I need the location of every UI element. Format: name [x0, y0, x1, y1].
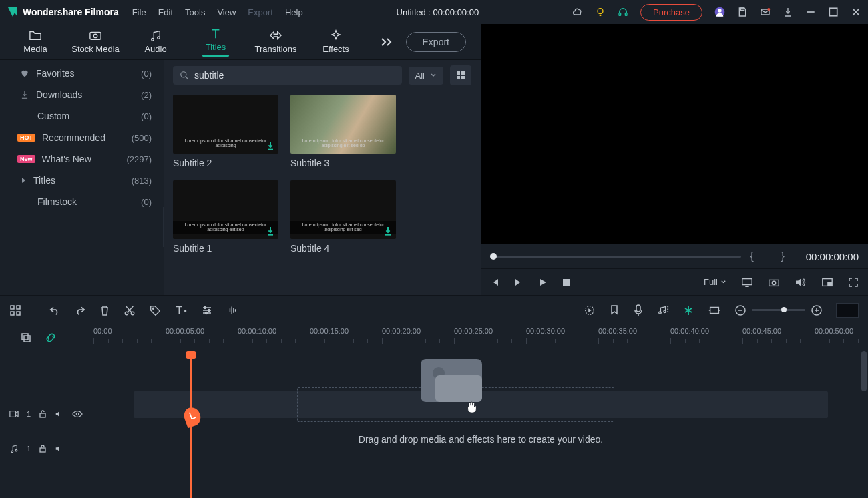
mail-icon[interactable] [760, 7, 771, 17]
search-box[interactable] [173, 66, 402, 85]
thumb-caption: Lorem ipsum dolor sit amet consectetur a… [290, 138, 396, 148]
text-add-icon[interactable] [174, 304, 188, 316]
render-icon[interactable] [584, 304, 596, 316]
sidebar-favorites[interactable]: Favorites(0) [0, 63, 164, 84]
svg-rect-46 [10, 411, 16, 417]
mute-icon[interactable] [55, 445, 64, 453]
svg-point-34 [204, 306, 206, 308]
play-icon[interactable] [538, 278, 548, 287]
redo-icon[interactable] [74, 305, 86, 316]
color-swatches[interactable] [836, 303, 859, 318]
zoom-out-icon[interactable] [734, 304, 746, 316]
download-badge-icon[interactable] [383, 226, 393, 236]
thumbnail-item[interactable]: Lorem ipsum dolor sit amet consectetur a… [173, 180, 278, 254]
snapshot-icon[interactable] [768, 277, 780, 288]
minimize-icon[interactable] [805, 7, 816, 17]
search-input[interactable] [194, 70, 395, 81]
mic-icon[interactable] [633, 304, 644, 317]
svg-rect-51 [40, 448, 45, 452]
close-window-icon[interactable] [851, 7, 861, 17]
track-manager-icon[interactable] [9, 304, 21, 316]
step-back-icon[interactable] [490, 278, 499, 287]
undo-icon[interactable] [49, 305, 61, 316]
ruler-tick: 00:00 [93, 327, 112, 335]
thumbnail-item[interactable]: Lorem ipsum dolor sit amet consectetur a… [290, 180, 396, 254]
quality-dropdown[interactable]: Full [704, 277, 726, 287]
mute-icon[interactable] [55, 410, 64, 418]
filter-dropdown[interactable]: All [409, 67, 443, 85]
vertical-scrollbar[interactable] [861, 351, 867, 391]
menu-edit[interactable]: Edit [158, 7, 173, 17]
svg-rect-26 [828, 282, 831, 286]
sidebar-whats-new[interactable]: NewWhat's New(2297) [0, 148, 164, 170]
sliders-icon[interactable] [201, 304, 213, 316]
unlock-icon[interactable] [39, 409, 47, 419]
svg-rect-41 [710, 307, 719, 313]
link-icon[interactable] [44, 332, 57, 344]
stop-icon[interactable] [562, 278, 570, 286]
zoom-in-icon[interactable] [811, 304, 823, 316]
ruler-row: 00:0000:00:05:0000:00:10:0000:00:15:0000… [0, 324, 868, 351]
menu-tools[interactable]: Tools [185, 7, 205, 17]
step-fwd-icon[interactable] [514, 278, 523, 287]
sidebar-filmstock[interactable]: Filmstock(0) [0, 191, 164, 212]
lightbulb-icon[interactable] [595, 7, 606, 17]
tab-media[interactable]: Media [5, 29, 65, 54]
fullscreen-icon[interactable] [848, 277, 859, 288]
menu-help[interactable]: Help [285, 7, 303, 17]
menu-view[interactable]: View [217, 7, 236, 17]
display-icon[interactable] [741, 277, 753, 288]
tab-stock-media[interactable]: Stock Media [65, 29, 126, 54]
save-icon[interactable] [737, 7, 748, 17]
thumbnail-item[interactable]: Lorem ipsum dolor sit amet consectetur a… [290, 95, 396, 168]
heart-icon [20, 69, 29, 78]
avatar-icon[interactable] [714, 7, 725, 17]
maximize-icon[interactable] [828, 7, 839, 17]
svg-rect-15 [461, 71, 465, 75]
eye-icon[interactable] [72, 410, 83, 418]
pip-icon[interactable] [821, 277, 833, 288]
audio-track-header[interactable]: 1 [0, 431, 93, 466]
export-button[interactable]: Export [406, 32, 466, 52]
sidebar-custom[interactable]: Custom(0) [0, 105, 164, 127]
crop-icon[interactable] [708, 305, 721, 316]
thumbnail-item[interactable]: Lorem ipsum dolor sit amet consectetur a… [173, 95, 278, 168]
delete-icon[interactable] [99, 304, 110, 316]
timeline-ruler[interactable]: 00:0000:00:05:0000:00:10:0000:00:15:0000… [93, 324, 868, 351]
headset-icon[interactable] [618, 7, 628, 17]
grid-view-button[interactable] [450, 65, 471, 85]
video-track-header[interactable]: 1 [0, 397, 93, 431]
download-app-icon[interactable] [783, 7, 793, 17]
cut-icon[interactable] [124, 304, 136, 316]
zoom-slider[interactable] [752, 309, 805, 311]
timeline-area[interactable]: Drag and drop media and effects here to … [93, 351, 868, 498]
tab-titles[interactable]: Titles [186, 27, 246, 57]
tag-icon[interactable] [149, 304, 161, 316]
purchase-button[interactable]: Purchase [640, 4, 702, 21]
menu-file[interactable]: File [132, 7, 146, 17]
marker-icon[interactable] [609, 304, 620, 316]
download-badge-icon[interactable] [265, 226, 276, 236]
svg-rect-1 [619, 13, 621, 15]
music-note-icon [148, 29, 163, 41]
unlock-icon[interactable] [39, 444, 47, 453]
tab-audio[interactable]: Audio [126, 29, 186, 54]
volume-icon[interactable] [795, 277, 807, 288]
svg-point-36 [206, 312, 208, 314]
sidebar-recommended[interactable]: HOTRecommended(500) [0, 127, 164, 148]
main-menu: File Edit Tools View Export Help [132, 7, 303, 17]
sidebar-titles[interactable]: Titles(813) [0, 170, 164, 191]
cloud-icon[interactable] [572, 7, 583, 17]
split-icon[interactable] [682, 304, 694, 316]
duplicate-icon[interactable] [20, 332, 32, 344]
tab-effects[interactable]: Effects [306, 29, 366, 54]
zoom-control[interactable] [734, 304, 823, 316]
audio-mixer-icon[interactable] [657, 304, 669, 316]
download-badge-icon[interactable] [265, 140, 276, 151]
tab-transitions[interactable]: Transitions [246, 29, 306, 54]
more-tabs-icon[interactable] [379, 37, 394, 47]
waveform-icon[interactable] [226, 304, 240, 316]
preview-scrubber[interactable] [490, 256, 741, 258]
sidebar-downloads[interactable]: Downloads(2) [0, 84, 164, 105]
sidebar-count: (0) [141, 197, 152, 207]
